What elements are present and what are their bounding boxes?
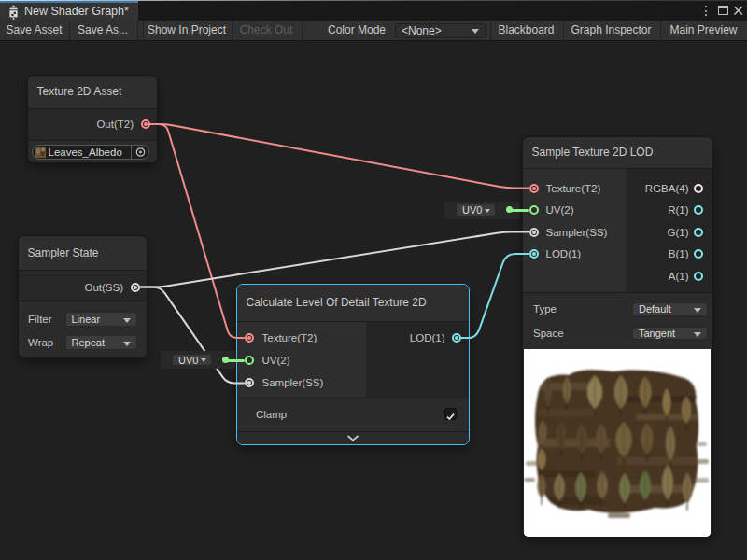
node-sampler-state[interactable]: Sampler State Out(SS) Filter Linear Wrap… xyxy=(19,236,148,358)
chevron-down-icon xyxy=(123,342,131,346)
object-picker-button[interactable] xyxy=(131,146,148,159)
leaves-texture-preview xyxy=(524,349,711,537)
toolbar-separator xyxy=(137,21,138,40)
filter-label: Filter xyxy=(28,312,52,327)
port-b-1-out[interactable] xyxy=(694,249,703,259)
port-g-1-out[interactable] xyxy=(694,228,703,237)
port-out-ss[interactable] xyxy=(131,283,140,292)
port-a-1-out[interactable] xyxy=(694,272,703,281)
node-title: Sampler State xyxy=(28,236,99,270)
chevron-down-icon xyxy=(694,308,701,313)
port-connected-dot xyxy=(532,187,536,190)
port-label-b-1: B(1) xyxy=(669,246,689,261)
node-header[interactable]: Sample Texture 2D LOD xyxy=(523,137,712,168)
port-label-sampler-ss: Sampler(SS) xyxy=(262,375,324,390)
port-label-lod-1: LOD(1) xyxy=(410,330,445,345)
texture-name: Leaves_Albedo xyxy=(49,146,122,159)
port-texture-t2[interactable] xyxy=(245,333,254,343)
space-label: Space xyxy=(533,326,564,341)
type-value: Default xyxy=(639,303,671,315)
port-label-texture-t2: Texture(T2) xyxy=(262,330,317,345)
port-label-texture-t2: Texture(T2) xyxy=(546,181,601,196)
clamp-label: Clamp xyxy=(256,407,287,422)
port-label-rgba-4: RGBA(4) xyxy=(645,181,689,196)
connector-line xyxy=(511,209,529,212)
maximize-icon xyxy=(718,6,728,15)
port-uv-2[interactable] xyxy=(529,205,539,215)
wrap-dropdown[interactable]: Repeat xyxy=(65,335,137,350)
node-header[interactable]: Texture 2D Asset xyxy=(28,76,158,108)
port-connected-dot xyxy=(247,336,251,340)
node-texture-2d-asset[interactable]: Texture 2D Asset Out(T2) Leaves_Albedo xyxy=(28,76,158,162)
port-r-1-out[interactable] xyxy=(694,205,703,215)
clamp-checkbox[interactable] xyxy=(444,408,457,420)
node-title: Sample Texture 2D LOD xyxy=(532,137,654,168)
close-icon xyxy=(731,1,746,21)
port-label-a-1: A(1) xyxy=(669,269,689,284)
toolbar-separator xyxy=(302,21,303,40)
save-asset-button[interactable]: Save Asset xyxy=(0,21,68,40)
type-dropdown[interactable]: Default xyxy=(632,302,708,316)
main-preview-button[interactable]: Main Preview xyxy=(660,21,747,40)
node-header[interactable]: Calculate Level Of Detail Texture 2D xyxy=(237,285,469,321)
chevron-down-icon xyxy=(694,332,701,337)
port-label-uv-2: UV(2) xyxy=(546,203,574,217)
port-connected-dot xyxy=(134,286,137,289)
chevron-down-icon xyxy=(201,358,206,362)
connector-line xyxy=(227,359,245,362)
tab-new-shader-graph[interactable]: New Shader Graph* xyxy=(0,1,138,21)
port-label-lod-1: LOD(1) xyxy=(546,246,582,261)
node-header[interactable]: Sampler State xyxy=(19,236,148,270)
node-calculate-lod-texture-2d[interactable]: Calculate Level Of Detail Texture 2D Tex… xyxy=(237,285,469,444)
window-top-edge xyxy=(0,0,747,1)
node-output-row xyxy=(28,109,158,140)
port-texture-t2[interactable] xyxy=(529,184,539,193)
shader-graph-window: New Shader Graph* Save Asset Save As... … xyxy=(0,0,747,560)
uv-channel-dropdown[interactable]: UV0 xyxy=(172,354,212,367)
port-label-sampler-ss: Sampler(SS) xyxy=(546,225,608,240)
save-as-button[interactable]: Save As... xyxy=(69,21,136,40)
graph-inspector-button[interactable]: Graph Inspector xyxy=(563,21,659,40)
uv-channel-value: UV0 xyxy=(178,355,198,366)
window-close-button[interactable] xyxy=(731,1,746,21)
filter-dropdown[interactable]: Linear xyxy=(65,312,137,327)
texture-thumbnail xyxy=(35,147,46,158)
port-out-t2[interactable] xyxy=(141,119,150,129)
show-in-project-button[interactable]: Show In Project xyxy=(143,21,231,40)
port-uv-2[interactable] xyxy=(245,356,254,365)
port-sampler-ss[interactable] xyxy=(245,378,254,387)
texture-object-field[interactable]: Leaves_Albedo xyxy=(32,145,150,160)
color-mode-dropdown[interactable]: <None> xyxy=(395,23,486,38)
port-label-out-t2: Out(T2) xyxy=(96,117,134,132)
port-label-uv-2: UV(2) xyxy=(262,353,290,368)
port-sampler-ss[interactable] xyxy=(529,228,539,237)
chevron-down-icon xyxy=(123,318,131,323)
window-menu-button[interactable] xyxy=(698,1,713,21)
uv-channel-dropdown[interactable]: UV0 xyxy=(456,203,496,217)
port-connected-dot xyxy=(532,252,536,256)
port-connected-dot xyxy=(455,336,458,340)
port-label-out-ss: Out(SS) xyxy=(84,280,123,295)
port-label-g-1: G(1) xyxy=(668,225,689,240)
port-label-r-1: R(1) xyxy=(668,203,688,217)
type-label: Type xyxy=(533,301,557,316)
space-dropdown[interactable]: Tangent xyxy=(632,327,708,341)
node-sample-texture-2d-lod[interactable]: Sample Texture 2D LOD Texture(T2) UV(2) … xyxy=(523,137,712,537)
port-connected-dot xyxy=(532,231,536,234)
checkmark-icon xyxy=(445,412,456,422)
node-preview[interactable] xyxy=(524,349,711,537)
port-connected-dot xyxy=(144,122,148,126)
window-maximize-button[interactable] xyxy=(715,1,730,21)
blackboard-button[interactable]: Blackboard xyxy=(490,21,562,40)
port-lod-1-out[interactable] xyxy=(452,333,461,343)
port-rgba-4-out[interactable] xyxy=(694,184,703,193)
uv-channel-value: UV0 xyxy=(462,204,482,216)
node-output-row xyxy=(19,271,148,301)
filter-value: Linear xyxy=(72,313,101,326)
chevron-down-icon xyxy=(346,435,359,441)
node-title: Calculate Level Of Detail Texture 2D xyxy=(247,285,427,321)
node-title: Texture 2D Asset xyxy=(37,76,122,108)
wrap-label: Wrap xyxy=(28,335,53,350)
port-lod-1[interactable] xyxy=(529,249,539,259)
tab-title: New Shader Graph* xyxy=(24,3,129,21)
